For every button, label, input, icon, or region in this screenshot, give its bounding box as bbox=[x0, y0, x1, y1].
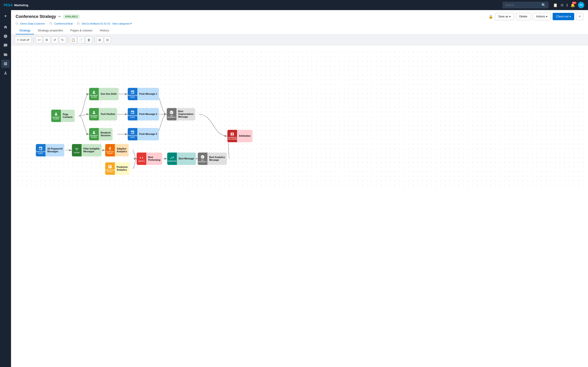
segment-filter-icon: SEGMENTFILTER bbox=[51, 110, 61, 122]
svg-point-4 bbox=[93, 131, 95, 132]
settings-icon[interactable]: ⚙ bbox=[561, 3, 564, 7]
settings-button[interactable]: ⚙ bbox=[43, 36, 50, 43]
check-out-button[interactable]: Check out ▾ bbox=[553, 13, 574, 20]
toolbar: ✏ Draft off + ▾ ⚙ ↺ ↻ 📋 📄 bbox=[11, 35, 588, 45]
node-goo-goo-dolls[interactable]: SEGMENTFILTER Goo Goo Dolls bbox=[89, 88, 119, 100]
paste-button[interactable]: 📄 bbox=[78, 36, 85, 43]
pencil-icon: ✏ bbox=[17, 39, 19, 42]
undo-button[interactable]: ↺ bbox=[51, 36, 58, 43]
chevron-down-icon: ▾ bbox=[509, 15, 510, 18]
breadcrumbs: CL Demo-Data-Customer · CL ConferenceStr… bbox=[16, 22, 583, 25]
add-node-button[interactable]: + ▾ bbox=[36, 36, 43, 43]
tab-pages-classes[interactable]: Pages & classes bbox=[67, 27, 96, 34]
node-pega-contacts[interactable]: SEGMENTFILTER PegaContacts bbox=[51, 110, 75, 122]
delete-button[interactable]: Delete bbox=[516, 13, 531, 20]
close-button[interactable]: × bbox=[576, 13, 583, 20]
trash-icon: 🗑 bbox=[87, 38, 90, 42]
adaptive-model-icon: ADAPTIVEMODEL bbox=[105, 144, 115, 156]
plus-icon: + bbox=[37, 38, 39, 42]
notifications-button[interactable]: 🔔 99+ bbox=[571, 3, 575, 7]
node-best-analytics-msg[interactable]: SETPROPERTY Best AnalyticsMessage bbox=[198, 152, 227, 165]
sidebar-item-people[interactable] bbox=[1, 69, 10, 77]
collapse-icon-btn[interactable]: ⊟ bbox=[104, 36, 111, 43]
main-layout: + Conference Strategy ✏ AVAILABLE bbox=[0, 10, 588, 367]
proposition-data-icon: PROPOSITIONDATA bbox=[36, 144, 45, 156]
breadcrumb-conference-strat[interactable]: ConferenceStrat bbox=[54, 22, 73, 25]
info-icon[interactable]: ℹ bbox=[566, 3, 568, 7]
tab-strategy-properties[interactable]: Strategy properties bbox=[34, 27, 67, 34]
lock-icon[interactable]: 🔒 bbox=[489, 15, 493, 19]
predictive-model-icon: PREDICTIVEMODEL bbox=[105, 162, 115, 175]
clipboard-icon[interactable]: 📋 bbox=[553, 3, 558, 7]
content-area: Conference Strategy ✏ AVAILABLE 🔒 Save a… bbox=[11, 10, 588, 367]
left-sidebar: + bbox=[0, 10, 11, 367]
node-best-performing[interactable]: SWITCH BestPerforming bbox=[137, 152, 162, 165]
search-input[interactable] bbox=[505, 3, 540, 7]
chevron-down-icon: ▾ bbox=[546, 15, 547, 18]
node-predictive-analytics[interactable]: PREDICTIVEMODEL PredictiveAnalytics bbox=[105, 162, 130, 175]
tab-strategy[interactable]: Strategy bbox=[16, 27, 34, 34]
node-arbitration[interactable]: CHAMPIONCHALLENGER Arbitration bbox=[227, 130, 252, 142]
svg-point-2 bbox=[93, 91, 95, 92]
view-categories-link[interactable]: View categories ▾ bbox=[112, 22, 132, 25]
header-bar: Conference Strategy ✏ AVAILABLE 🔒 Save a… bbox=[11, 10, 588, 35]
toolbar-divider-2 bbox=[68, 38, 68, 42]
proposition-data-icon: PROPOSITIONDATA bbox=[128, 108, 137, 120]
chevron-down-icon: ▾ bbox=[130, 22, 132, 25]
segment-filter-icon: SEGMENTFILTER bbox=[89, 128, 99, 140]
filter-icon: FILTER bbox=[72, 144, 82, 156]
search-bar[interactable]: 🔍 bbox=[502, 2, 548, 8]
actions-button[interactable]: Actions ▾ bbox=[533, 13, 551, 20]
node-best-message[interactable]: PRIORITIZE Best Message bbox=[167, 152, 196, 165]
toolbar-divider-3 bbox=[94, 38, 95, 42]
tabs: Strategy Strategy properties Pages & cla… bbox=[16, 27, 583, 34]
gear-icon: ⚙ bbox=[45, 38, 48, 42]
breadcrumb-demo-data[interactable]: Demo-Data-Customer bbox=[20, 22, 45, 25]
sidebar-item-info[interactable] bbox=[1, 32, 10, 40]
prioritize-icon: PRIORITIZE bbox=[167, 152, 177, 165]
canvas-area[interactable]: SEGMENTFILTER PegaContacts SEGMENTFILTER… bbox=[11, 45, 588, 367]
sidebar-item-home[interactable] bbox=[1, 23, 10, 31]
chevron-down-icon: ▾ bbox=[40, 39, 41, 41]
strategy-canvas: SEGMENTFILTER PegaContacts SEGMENTFILTER… bbox=[16, 50, 583, 188]
sidebar-add-button[interactable]: + bbox=[1, 12, 10, 20]
svg-point-3 bbox=[93, 111, 95, 112]
sidebar-item-cases[interactable] bbox=[1, 50, 10, 59]
redo-button[interactable]: ↻ bbox=[59, 36, 66, 43]
collapse-icon: ⊟ bbox=[106, 38, 109, 42]
node-all-pegaworld[interactable]: PROPOSITIONDATA All PegaworldMessages bbox=[36, 144, 64, 156]
edit-title-icon[interactable]: ✏ bbox=[58, 15, 61, 18]
expand-icon-btn[interactable]: ⊞ bbox=[96, 36, 103, 43]
nav-icons: 📋 ⚙ ℹ 🔔 99+ TC bbox=[553, 2, 584, 8]
draft-off-button[interactable]: ✏ Draft off bbox=[15, 36, 32, 43]
save-as-button[interactable]: Save as ▾ bbox=[495, 13, 514, 20]
top-navigation: PEGA Marketing 🔍 📋 ⚙ ℹ 🔔 99+ TC bbox=[0, 0, 588, 10]
copy-button[interactable]: 📋 bbox=[70, 36, 77, 43]
breadcrumb-devco[interactable]: DevCo-Artifacts:01-01-01 bbox=[82, 22, 110, 25]
proposition-data-icon: PROPOSITIONDATA bbox=[128, 88, 137, 100]
header-title: Conference Strategy ✏ AVAILABLE bbox=[16, 14, 79, 19]
node-best-seg-msg[interactable]: SETPROPERTY BestSegmentationMessage bbox=[167, 108, 195, 120]
sidebar-item-strategy[interactable] bbox=[1, 60, 10, 68]
node-tech-pavilion[interactable]: SEGMENTFILTER Tech Pavilion bbox=[89, 108, 117, 120]
delete-node-button[interactable]: 🗑 bbox=[86, 36, 92, 43]
node-push-msg-2[interactable]: PROPOSITIONDATA Push Message 2 bbox=[128, 108, 159, 120]
copy-icon: 📋 bbox=[71, 38, 75, 42]
node-adaptive-analytics[interactable]: ADAPTIVEMODEL AdaptiveAnalytics bbox=[105, 144, 129, 156]
set-property-icon: SETPROPERTY bbox=[167, 108, 176, 120]
header-actions: 🔒 Save as ▾ Delete Actions ▾ Check out bbox=[489, 13, 583, 20]
node-filter-ineligible[interactable]: FILTER Filter IneligibleMessages bbox=[72, 144, 102, 156]
proposition-data-icon: PROPOSITIONDATA bbox=[128, 128, 137, 140]
tab-history[interactable]: History bbox=[96, 27, 112, 34]
node-breakout-sessions[interactable]: SEGMENTFILTER BreakoutSessions bbox=[89, 128, 112, 140]
user-avatar[interactable]: TC bbox=[578, 2, 584, 8]
header-top: Conference Strategy ✏ AVAILABLE 🔒 Save a… bbox=[16, 13, 583, 20]
toolbar-divider bbox=[34, 38, 34, 42]
sidebar-item-chat[interactable] bbox=[1, 41, 10, 50]
set-property-icon: SETPROPERTY bbox=[198, 152, 208, 165]
node-push-msg-3[interactable]: PROPOSITIONDATA Push Message 3 bbox=[128, 128, 159, 140]
status-badge: AVAILABLE bbox=[63, 15, 79, 19]
search-icon: 🔍 bbox=[541, 3, 546, 7]
node-push-msg-1[interactable]: PROPOSITIONDATA Push Message 1 bbox=[128, 88, 159, 100]
chevron-down-icon: ▾ bbox=[569, 15, 571, 18]
